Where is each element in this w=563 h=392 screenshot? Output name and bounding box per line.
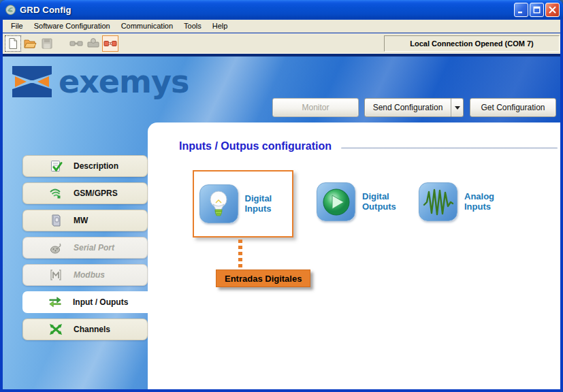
sidebar-item-input-outputs[interactable]: Input / Ouputs: [22, 291, 152, 313]
action-buttons: Monitor Send Configuration Get Configura…: [272, 98, 556, 117]
sidebar-item-label: Serial Port: [74, 243, 114, 252]
maximize-button[interactable]: [530, 3, 544, 17]
save-icon: [41, 37, 53, 50]
digital-outputs-item[interactable]: Digital Outputs: [317, 182, 404, 221]
sidebar-item-serial-port: Serial Port: [22, 237, 148, 259]
waveform-icon: [419, 182, 457, 221]
heading-divider: [341, 147, 558, 149]
digital-outputs-label: Digital Outputs: [362, 192, 404, 212]
cross-arrows-icon: [49, 323, 63, 336]
exemys-logo: exemys: [12, 65, 189, 98]
sidebar: Description GSM/GPRS: [22, 155, 152, 346]
sidebar-item-modbus: Modbus: [22, 264, 148, 286]
sidebar-item-mw[interactable]: MW: [22, 210, 148, 231]
document-check-icon: [49, 159, 63, 173]
sidebar-item-label: GSM/GPRS: [74, 189, 118, 198]
minimize-icon: [517, 6, 525, 14]
serial-plug-icon: [49, 241, 63, 255]
monitor-button: Monitor: [272, 98, 359, 117]
close-button[interactable]: [545, 3, 560, 17]
connection-settings-button: [85, 35, 101, 52]
connection-status: Local Connection Opened (COM 7): [384, 35, 560, 52]
device-icon: [49, 214, 63, 227]
new-file-icon: [7, 37, 19, 50]
connection-settings-icon: [86, 37, 100, 50]
dropdown-arrow-icon: [455, 106, 460, 112]
play-icon: [317, 182, 355, 221]
exemys-bowtie-icon: [12, 65, 52, 98]
window-title: GRD Config: [20, 5, 514, 15]
title-bar: GRD Config: [0, 0, 563, 20]
sidebar-item-label: Input / Ouputs: [73, 297, 128, 307]
get-configuration-button[interactable]: Get Configuration: [470, 98, 556, 117]
app-icon: [5, 4, 16, 16]
sidebar-item-gsm-gprs[interactable]: GSM/GPRS: [22, 182, 148, 204]
save-button: [39, 35, 55, 52]
menu-tools[interactable]: Tools: [178, 20, 207, 31]
modbus-icon: [49, 268, 63, 282]
signal-icon: [49, 186, 63, 200]
digital-inputs-highlight-box: Digital Inputs: [193, 170, 293, 238]
menu-help[interactable]: Help: [207, 20, 234, 31]
maximize-icon: [533, 6, 541, 14]
sidebar-item-label: MW: [74, 216, 88, 225]
open-file-button[interactable]: [22, 35, 38, 52]
connect-icon: [69, 37, 83, 50]
page-title: Inputs / Outpus configuration: [179, 140, 332, 152]
app-window: GRD Config File Software Configuration C…: [0, 0, 563, 392]
send-configuration-button[interactable]: Send Configuration: [364, 98, 451, 117]
close-icon: [549, 6, 556, 14]
light-bulb-icon: [199, 184, 238, 223]
toolbar: Local Connection Opened (COM 7): [3, 33, 560, 54]
minimize-button[interactable]: [514, 3, 528, 17]
analog-inputs-item[interactable]: Analog Inputs: [419, 182, 506, 221]
open-folder-icon: [23, 37, 37, 50]
sidebar-item-label: Channels: [74, 325, 110, 334]
connect-button: [68, 35, 84, 52]
sidebar-item-channels[interactable]: Channels: [22, 318, 148, 340]
send-configuration-dropdown[interactable]: [451, 98, 464, 117]
main-content: Inputs / Outpus configuration: [148, 122, 560, 389]
disconnect-icon: [103, 37, 117, 50]
sidebar-item-label: Description: [74, 161, 118, 171]
new-file-button[interactable]: [5, 35, 21, 52]
menu-bar: File Software Configuration Communicatio…: [3, 20, 560, 33]
logo-text: exemys: [59, 66, 189, 97]
menu-software-configuration[interactable]: Software Configuration: [29, 20, 116, 31]
swap-arrows-icon: [48, 295, 62, 309]
sidebar-item-description[interactable]: Description: [22, 155, 148, 177]
menu-communication[interactable]: Communication: [116, 20, 178, 31]
body-top-shadow: [3, 54, 560, 56]
digital-inputs-item[interactable]: Digital Inputs: [199, 184, 287, 223]
disconnect-button[interactable]: [102, 35, 118, 52]
tooltip-connector-dotted-line: [238, 240, 242, 270]
digital-inputs-label: Digital Inputs: [245, 194, 287, 214]
analog-inputs-label: Analog Inputs: [464, 192, 506, 212]
sidebar-item-label: Modbus: [74, 270, 105, 280]
app-body: exemys Monitor Send Configuration Get Co…: [3, 54, 560, 389]
menu-file[interactable]: File: [5, 20, 29, 31]
tooltip-entradas-digitales: Entradas Digitales: [216, 270, 310, 287]
